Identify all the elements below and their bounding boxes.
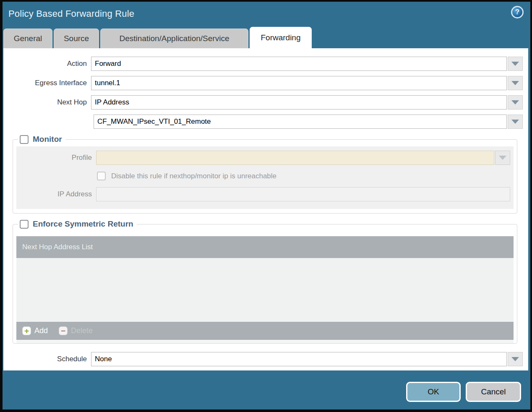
schedule-row: Schedule	[3, 352, 523, 366]
help-icon[interactable]: ?	[511, 6, 524, 18]
action-input[interactable]	[91, 57, 507, 71]
next-hop-type-input[interactable]	[91, 95, 507, 110]
disable-rule-checkbox[interactable]	[97, 172, 106, 180]
enforce-symmetric-return-fieldset: Enforce Symmetric Return Next Hop Addres…	[13, 219, 517, 344]
grid-toolbar: + Add − Delete	[16, 322, 514, 340]
chevron-down-icon	[499, 156, 506, 160]
minus-icon: −	[59, 326, 68, 335]
profile-label: Profile	[20, 154, 92, 162]
next-hop-row: Next Hop	[3, 95, 523, 110]
chevron-down-icon	[511, 357, 519, 361]
chevron-down-icon	[511, 81, 519, 85]
next-hop-label: Next Hop	[3, 98, 87, 107]
schedule-label: Schedule	[3, 355, 87, 363]
egress-interface-dropdown-button[interactable]	[508, 76, 523, 90]
next-hop-address-list-body[interactable]	[16, 258, 514, 322]
monitor-title: Monitor	[33, 135, 62, 144]
disable-rule-row: Disable this rule if nexthop/monitor ip …	[97, 172, 510, 180]
dialog-footer-buttons: OK Cancel	[406, 382, 521, 402]
egress-interface-label: Egress Interface	[3, 79, 87, 87]
tab-general[interactable]: General	[3, 29, 52, 48]
next-hop-address-list-grid: Next Hop Address List + Add − Delete	[16, 236, 514, 343]
monitor-ip-row: IP Address	[20, 187, 510, 201]
monitor-panel: Profile Disable this rule if nexthop/mon…	[16, 146, 514, 209]
forwarding-tab-panel: Action Egress Interface Ne	[3, 48, 528, 370]
policy-based-forwarding-dialog: Policy Based Forwarding Rule ? General S…	[3, 2, 530, 409]
dialog-title: Policy Based Forwarding Rule	[3, 2, 530, 19]
next-hop-type-dropdown-button[interactable]	[508, 95, 523, 110]
grid-scroll-strip	[16, 340, 514, 343]
next-hop-address-list-header: Next Hop Address List	[16, 236, 514, 258]
action-label: Action	[3, 60, 87, 68]
next-hop-address-input[interactable]	[94, 115, 507, 129]
action-row: Action	[3, 57, 523, 71]
add-button[interactable]: + Add	[22, 326, 48, 335]
egress-interface-row: Egress Interface	[3, 76, 523, 90]
screen: Policy Based Forwarding Rule ? General S…	[0, 0, 532, 412]
add-button-label: Add	[34, 326, 48, 335]
chevron-down-icon	[511, 120, 519, 124]
ok-button[interactable]: OK	[406, 382, 461, 402]
plus-icon: +	[22, 326, 31, 335]
disable-rule-label: Disable this rule if nexthop/monitor ip …	[111, 172, 276, 180]
enforce-title: Enforce Symmetric Return	[33, 219, 133, 229]
chevron-down-icon	[511, 62, 519, 66]
action-dropdown-button[interactable]	[508, 57, 523, 71]
tab-forwarding[interactable]: Forwarding	[250, 27, 312, 48]
egress-interface-input[interactable]	[91, 76, 507, 90]
cancel-button[interactable]: Cancel	[466, 382, 521, 402]
profile-dropdown-button[interactable]	[495, 151, 510, 165]
chevron-down-icon	[511, 100, 519, 104]
monitor-ip-input[interactable]	[96, 187, 510, 201]
schedule-input[interactable]	[91, 352, 507, 366]
dialog-titlebar: Policy Based Forwarding Rule ?	[3, 2, 530, 26]
profile-input[interactable]	[96, 151, 494, 165]
tab-source[interactable]: Source	[54, 29, 99, 48]
schedule-dropdown-button[interactable]	[508, 352, 523, 366]
enforce-legend: Enforce Symmetric Return	[18, 219, 137, 229]
next-hop-address-dropdown-button[interactable]	[508, 115, 523, 129]
profile-row: Profile	[20, 151, 510, 165]
next-hop-address-row	[3, 115, 523, 129]
enforce-symmetric-return-checkbox[interactable]	[20, 220, 29, 229]
delete-button[interactable]: − Delete	[59, 326, 93, 335]
delete-button-label: Delete	[71, 326, 93, 335]
monitor-legend: Monitor	[18, 135, 65, 144]
monitor-fieldset: Monitor Profile Disable	[13, 135, 517, 214]
monitor-checkbox[interactable]	[20, 135, 29, 144]
monitor-ip-label: IP Address	[20, 190, 92, 198]
tab-destination-application-service[interactable]: Destination/Application/Service	[100, 29, 248, 48]
tab-bar: General Source Destination/Application/S…	[3, 27, 312, 48]
